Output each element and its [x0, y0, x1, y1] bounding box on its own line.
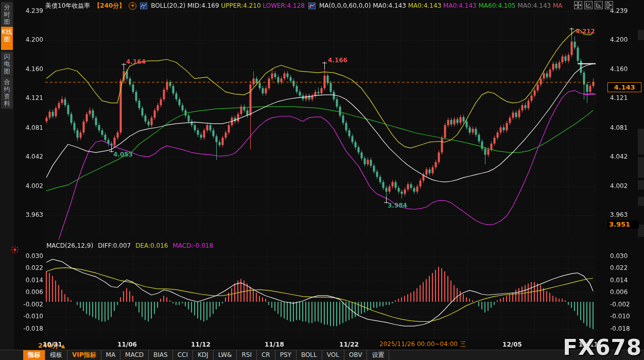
price-label-right-3: 4.121	[610, 94, 628, 101]
ma-label: MA(0,0,0,60,0,0)	[319, 2, 371, 9]
ma-indicator-icon[interactable]	[308, 3, 316, 9]
ma-value-3: MA60:4.105	[477, 2, 516, 9]
sidebar-tab-闪电图[interactable]: 闪电图	[1, 52, 13, 76]
circle-plus-icon[interactable]: +	[129, 2, 136, 10]
toolbar-item-模板[interactable]: 模板	[45, 350, 67, 360]
indicator-toolbar: 指标模板VIP指标MAMACDBIASCCIKDJLW&RSICRPSYBOLL…	[0, 350, 644, 360]
toolbar-item-VOL[interactable]: VOL	[322, 350, 344, 360]
crosshair-date-readout: 2025/11/26 00:00~04:00 三	[379, 340, 462, 349]
toolbar-item-VIP指标[interactable]: VIP指标	[67, 350, 101, 360]
crosshair-icon[interactable]	[574, 1, 582, 9]
macd-label-left-1: 0.022	[16, 264, 43, 271]
axis-scale-right-icon[interactable]	[595, 1, 603, 9]
macd-label-right-5: -0.010	[610, 313, 630, 320]
date-tick-11-06: 11/06	[117, 341, 137, 348]
macd-label-right-4: -0.002	[610, 301, 630, 308]
date-tick-11-18: 11/18	[265, 341, 284, 348]
right-strip-block-2	[638, 157, 644, 178]
macd-label-left-3: 0.006	[16, 288, 43, 296]
low-price-badge: 3.951	[607, 220, 639, 229]
toolbar-item-设置[interactable]: 设置	[367, 350, 389, 360]
macd-readout-1: DIFF:0.007	[98, 242, 131, 249]
date-tick-11-22: 11/22	[339, 341, 359, 348]
chart-app: 分时图K线图闪电图合约资料 美债10年收益率 【240分】 + BOLL(20,…	[0, 0, 644, 360]
macd-label-right-6: -0.018	[610, 325, 630, 332]
ma-value-4: MA0:4.143	[516, 2, 551, 9]
watermark: FX678	[563, 335, 642, 360]
ma-value-1: MA0:4.143	[406, 2, 441, 9]
price-label-right-2: 4.160	[610, 65, 628, 73]
date-tick-12-05: 12/05	[502, 341, 522, 348]
chart-header: 美债10年收益率 【240分】 + BOLL(20,2) MID:4.169 U…	[45, 2, 563, 10]
boll-indicator-icon[interactable]	[140, 3, 147, 9]
price-label-left-7: 3.963	[16, 211, 43, 218]
price-label-right-5: 4.042	[610, 153, 628, 160]
toolbar-item-RSI[interactable]: RSI	[237, 350, 257, 360]
toolbar-item-CR[interactable]: CR	[257, 350, 275, 360]
x-axis: 240分 ▲ 10/3111/0611/1211/1811/2212/0512/…	[0, 340, 644, 349]
price-label-right-1: 4.200	[610, 36, 628, 43]
toolbar-item-PSY[interactable]: PSY	[275, 350, 297, 360]
macd-label-right-1: 0.022	[610, 264, 628, 271]
boll-value-1: UPPER:4.210	[219, 2, 261, 9]
date-tick-10-31: 10/31	[43, 341, 62, 348]
macd-label-left-5: -0.010	[16, 313, 43, 320]
toolbar-item-BOLL[interactable]: BOLL	[297, 350, 322, 360]
collapse-right-icon[interactable]	[605, 1, 613, 9]
sidebar-tab-分时图[interactable]: 分时图	[1, 2, 13, 27]
toolbar-item-BIAS[interactable]: BIAS	[149, 350, 173, 360]
macd-label-left-6: -0.018	[16, 325, 43, 332]
price-label-left-2: 4.160	[16, 65, 43, 73]
price-label-left-5: 4.042	[16, 153, 43, 160]
last-price-badge: 4.143	[607, 82, 641, 92]
macd-header: MACD(26,12,9)DIFF:0.007DEA:0.016MACD:-0.…	[46, 242, 213, 249]
toolbar-item-MA[interactable]: MA	[101, 350, 121, 360]
price-label-left-1: 4.200	[16, 36, 43, 43]
axis-scale-left-icon[interactable]	[584, 1, 593, 9]
toolbar-item-MACD[interactable]: MACD	[120, 350, 149, 360]
price-label-left-6: 4.002	[16, 182, 43, 190]
ma-value-2: MA0:4.143	[441, 2, 476, 9]
alarm-icon[interactable]	[11, 246, 19, 256]
macd-label-right-3: 0.006	[610, 288, 628, 296]
macd-label-right-2: 0.014	[610, 277, 628, 284]
right-strip-block-3	[638, 180, 644, 190]
ma-value-5: MA	[551, 2, 562, 9]
period-badge: 【240分】	[94, 2, 125, 10]
price-label-right-4: 4.081	[610, 124, 628, 131]
macd-readout-3: MACD:-0.018	[172, 242, 213, 249]
price-label-right-6: 4.002	[610, 182, 628, 190]
toolbar-item-CCI[interactable]: CCI	[173, 350, 193, 360]
instrument-title: 美债10年收益率	[45, 2, 90, 10]
toolbar-item-KDJ[interactable]: KDJ	[193, 350, 214, 360]
sidebar: 分时图K线图闪电图合约资料	[0, 0, 14, 360]
macd-label-left-2: 0.014	[16, 277, 43, 284]
boll-value-2: LOWER:4.128	[261, 2, 305, 9]
right-strip-block-0	[638, 30, 644, 40]
toolbar-item-LW&[interactable]: LW&	[214, 350, 237, 360]
toolbar-item-指标[interactable]: 指标	[23, 350, 45, 360]
price-label-left-4: 4.081	[16, 124, 43, 131]
date-tick-11-12: 11/12	[191, 341, 211, 348]
price-label-left-0: 4.239	[16, 7, 43, 14]
ma-value-0: MA0:4.143	[371, 2, 406, 9]
right-strip-block-1	[638, 129, 644, 155]
chart-canvas[interactable]	[0, 0, 644, 360]
price-label-left-3: 4.121	[16, 94, 43, 101]
sidebar-tab-合约资料[interactable]: 合约资料	[1, 77, 13, 109]
right-strip-block-4	[638, 197, 644, 206]
toolbar-item-OBV[interactable]: OBV	[344, 350, 368, 360]
sidebar-tab-K线图[interactable]: K线图	[1, 27, 13, 50]
boll-readout: BOLL(20,2) MID:4.169 UPPER:4.210 LOWER:4…	[151, 2, 305, 9]
ma-readout: MA(0,0,0,60,0,0) MA0:4.143 MA0:4.143 MA0…	[319, 2, 563, 9]
macd-readout-0: MACD(26,12,9)	[46, 242, 93, 249]
macd-label-right-0: 0.030	[610, 252, 628, 260]
macd-label-left-0: 0.030	[16, 252, 43, 260]
macd-label-left-4: -0.002	[16, 301, 43, 308]
boll-label: BOLL(20,2)	[151, 2, 185, 9]
price-label-right-7: 3.963	[610, 211, 628, 218]
boll-value-0: MID:4.169	[185, 2, 219, 9]
macd-readout-2: DEA:0.016	[135, 242, 168, 249]
chart-tool-icons	[574, 1, 613, 9]
